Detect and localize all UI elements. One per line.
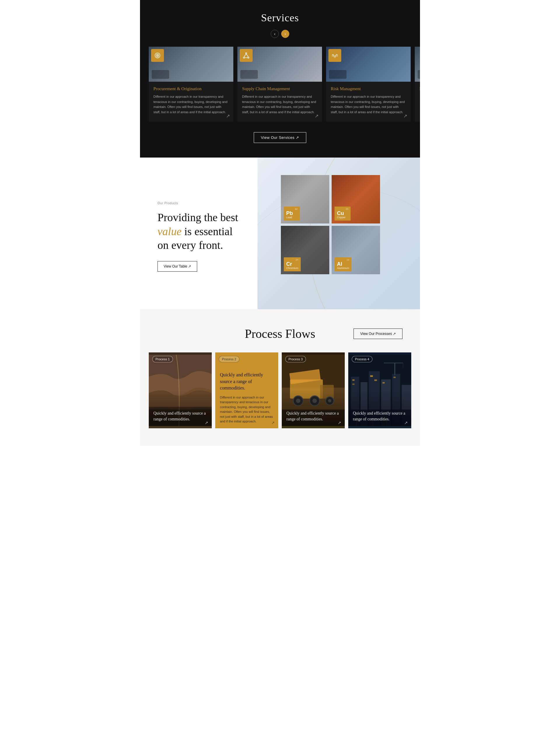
card-image-finance — [415, 47, 420, 82]
service-card-procurement: Procurement & Origination Different in o… — [149, 47, 233, 122]
product-cell-copper: 29 Cu Copper — [332, 175, 380, 224]
svg-point-15 — [293, 396, 303, 406]
svg-rect-32 — [370, 375, 373, 377]
products-left-panel: Our Products Providing the best value is… — [140, 157, 258, 309]
products-right-panel: 82 Pb Lead 29 Cu Copper 24 Cr — [258, 157, 420, 309]
process-header: Process Flows View Our Processes ↗ — [149, 327, 411, 341]
service-card-finance-partial: Finance — [415, 47, 420, 122]
svg-point-18 — [296, 399, 300, 403]
process-card-1[interactable]: Process 1 Quickly and efficiently source… — [149, 352, 212, 428]
carousel-nav: ‹ › — [140, 30, 420, 38]
process-header-right: View Our Processes ↗ — [321, 328, 403, 339]
svg-rect-35 — [393, 377, 396, 378]
aluminium-symbol: Al — [337, 261, 349, 267]
copper-name: Copper — [337, 216, 348, 219]
view-processes-button[interactable]: View Our Processes ↗ — [354, 328, 403, 339]
svg-rect-33 — [374, 379, 377, 381]
card-body-supply-chain: Supply Chain Management Different in our… — [237, 82, 322, 122]
copper-symbol: Cu — [337, 211, 348, 216]
svg-point-4 — [243, 57, 244, 58]
product-cell-lead: 82 Pb Lead — [281, 175, 329, 224]
carousel-prev-btn[interactable]: ‹ — [271, 30, 279, 38]
view-table-button[interactable]: View Our Table ↗ — [157, 261, 197, 271]
products-value-word: value — [157, 225, 181, 237]
card-body-risk: Risk Managment Different in our approach… — [326, 82, 411, 122]
copper-number: 29 — [337, 208, 348, 210]
card-text-procurement: Different in our approach in our transpa… — [153, 94, 229, 115]
process-card-3-heading: Quickly and efficiently source a range o… — [287, 410, 340, 422]
process-flows-title: Process Flows — [239, 327, 321, 341]
supply-chain-icon — [240, 49, 253, 62]
service-card-supply-chain: Supply Chain Management Different in our… — [237, 47, 322, 122]
svg-rect-34 — [382, 382, 385, 384]
card-image-procurement — [149, 47, 233, 82]
process-cards-grid: Process 1 Quickly and efficiently source… — [149, 352, 411, 428]
svg-point-5 — [247, 57, 249, 58]
view-services-button[interactable]: View Our Services ↗ — [254, 132, 306, 143]
procurement-icon — [151, 49, 164, 62]
process-card-2-content: Quickly and efficiently source a range o… — [215, 367, 278, 428]
services-title: Services — [140, 12, 420, 24]
products-heading: Providing the best value is essential on… — [157, 211, 246, 252]
process-card-2-heading: Quickly and efficiently source a range o… — [220, 372, 273, 391]
process-tag-1: Process 1 — [152, 356, 173, 362]
chromium-number: 24 — [286, 258, 298, 261]
process-section: Process Flows View Our Processes ↗ Proce… — [140, 309, 420, 446]
svg-point-20 — [328, 399, 331, 402]
card-text-supply-chain: Different in our approach in our transpa… — [242, 94, 317, 115]
products-section: Our Products Providing the best value is… — [140, 157, 420, 309]
services-cards-row: Procurement & Origination Different in o… — [140, 47, 420, 122]
svg-point-2 — [157, 55, 158, 56]
process-card-1-arrow: ↗ — [205, 421, 208, 425]
card-title-risk: Risk Managment — [331, 86, 406, 91]
aluminium-number: 13 — [337, 258, 349, 261]
card-arrow-supply-chain: ↗ — [315, 113, 319, 119]
svg-line-6 — [244, 54, 246, 57]
process-card-3[interactable]: Process 3 Quickly and efficiently source… — [282, 352, 345, 428]
process-card-1-content: Quickly and efficiently source a range o… — [149, 406, 212, 428]
aluminium-badge: 13 Al Aluminium — [334, 257, 351, 271]
products-label: Our Products — [157, 201, 246, 205]
svg-point-19 — [313, 399, 317, 403]
circle-icon — [154, 52, 161, 59]
svg-point-3 — [245, 53, 247, 54]
products-heading-line1: Providing the best — [157, 211, 238, 224]
card-arrow-risk: ↗ — [403, 113, 407, 119]
product-cell-aluminium: 13 Al Aluminium — [332, 226, 380, 274]
process-card-2-arrow: ↗ — [271, 421, 275, 425]
process-tag-2: Process 2 — [219, 356, 239, 362]
card-image-risk — [326, 47, 411, 82]
card-body-procurement: Procurement & Origination Different in o… — [149, 82, 233, 122]
lead-symbol: Pb — [286, 211, 297, 216]
svg-rect-14 — [320, 385, 334, 399]
share-icon — [242, 52, 250, 59]
process-card-4-content: Quickly and efficiently source a range o… — [348, 406, 411, 428]
chromium-badge: 24 Cr Chromium — [284, 257, 301, 271]
copper-badge: 29 Cu Copper — [334, 206, 351, 221]
card-body-finance: Finance — [415, 82, 420, 101]
svg-rect-31 — [352, 384, 355, 385]
chromium-symbol: Cr — [286, 261, 298, 267]
process-card-2-desc: Different in our approach in our transpa… — [220, 395, 273, 424]
process-card-4-arrow: ↗ — [404, 421, 408, 425]
card-title-procurement: Procurement & Origination — [153, 86, 229, 91]
product-cell-chromium: 24 Cr Chromium — [281, 226, 329, 274]
process-card-2[interactable]: Process 2 Quickly and efficiently source… — [215, 352, 278, 428]
card-title-finance: Finance — [419, 86, 420, 91]
wave-icon — [331, 52, 338, 59]
process-card-3-content: Quickly and efficiently source a range o… — [282, 406, 345, 428]
process-card-1-heading: Quickly and efficiently source a range o… — [153, 410, 207, 422]
svg-point-16 — [310, 396, 320, 406]
aluminium-name: Aluminium — [337, 267, 349, 269]
process-tag-3: Process 3 — [285, 356, 306, 362]
carousel-next-btn[interactable]: › — [281, 30, 289, 38]
services-section: Services ‹ › Procurement & Origination D… — [140, 0, 420, 157]
chromium-name: Chromium — [286, 267, 298, 269]
svg-rect-30 — [352, 379, 355, 381]
process-tag-4: Process 4 — [352, 356, 373, 362]
lead-number: 82 — [286, 208, 297, 210]
products-grid: 82 Pb Lead 29 Cu Copper 24 Cr — [281, 175, 380, 274]
risk-icon — [328, 49, 341, 62]
card-arrow-procurement: ↗ — [226, 113, 230, 119]
process-card-4[interactable]: Process 4 Quickly and efficiently source… — [348, 352, 411, 428]
